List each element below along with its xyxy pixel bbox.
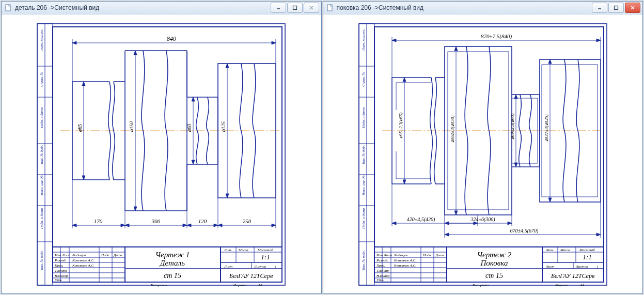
svg-text:Лист: Лист (383, 253, 392, 257)
svg-marker-66 (134, 207, 137, 211)
svg-text:A4: A4 (258, 283, 262, 287)
svg-marker-186 (514, 163, 517, 167)
svg-text:Утв.: Утв. (55, 278, 62, 282)
drawing-canvas[interactable]: Перв. примен. Справ. № Подп. и дата Инв.… (323, 14, 643, 293)
svg-marker-188 (548, 198, 552, 202)
svg-marker-35 (72, 41, 76, 44)
svg-text:Листов: Листов (575, 265, 588, 269)
svg-marker-63 (82, 82, 85, 86)
minimize-button[interactable] (592, 3, 607, 13)
svg-text:Котляков А.С.: Котляков А.С. (394, 263, 416, 268)
svg-text:Подп. и дата: Подп. и дата (362, 208, 366, 229)
svg-text:Дата: Дата (435, 253, 444, 257)
svg-text:БелГАУ 12ТСерв: БелГАУ 12ТСерв (551, 272, 594, 280)
svg-rect-128 (374, 27, 604, 282)
svg-marker-49 (125, 224, 129, 227)
svg-text:Лит.: Лит. (224, 248, 232, 252)
window-title: деталь 206 ->Системный вид (15, 4, 271, 11)
svg-marker-53 (218, 224, 222, 227)
close-button (304, 3, 319, 13)
svg-text:Подп: Подп (101, 253, 109, 257)
svg-text:Лит.: Лит. (545, 248, 554, 252)
svg-text:Изм: Изм (376, 253, 383, 257)
svg-text:Масштаб: Масштаб (257, 248, 273, 252)
svg-text:Чертеж 2: Чертеж 2 (477, 251, 511, 259)
svg-marker-173 (596, 233, 601, 236)
svg-text:⌀150: ⌀150 (129, 121, 134, 132)
maximize-button[interactable] (608, 3, 624, 13)
svg-text:Чертеж 1: Чертеж 1 (155, 251, 190, 259)
svg-text:Поковка: Поковка (480, 259, 508, 267)
svg-rect-5 (37, 24, 285, 285)
minimize-button[interactable] (271, 3, 286, 13)
window-buttons (592, 3, 640, 13)
titlebar[interactable]: деталь 206 ->Системный вид (2, 2, 321, 14)
svg-text:Лист: Лист (224, 265, 232, 269)
svg-text:Утв.: Утв. (376, 278, 384, 282)
svg-text:⌀85: ⌀85 (77, 124, 83, 132)
drawing-canvas[interactable]: Перв. примен. Справ. № Подп. и дата Инв.… (2, 14, 321, 293)
engineering-drawing-left: Перв. примен. Справ. № Подп. и дата Инв.… (32, 20, 290, 288)
svg-text:ст 15: ст 15 (485, 272, 503, 280)
svg-text:Разраб.: Разраб. (376, 258, 388, 262)
svg-text:⌀69±2,3(⌀60): ⌀69±2,3(⌀60) (510, 114, 515, 139)
titlebar[interactable]: поковка 206 ->Системный вид (323, 2, 643, 14)
svg-text:Подп: Подп (422, 253, 431, 257)
svg-text:Перв. примен.: Перв. примен. (362, 29, 366, 51)
svg-text:Инв. № дубл.: Инв. № дубл. (40, 145, 44, 165)
svg-text:⌀125: ⌀125 (221, 121, 226, 132)
svg-rect-122 (327, 5, 332, 11)
svg-text:Лист: Лист (61, 253, 70, 257)
svg-text:Н.контр: Н.контр (376, 274, 390, 278)
window-title: поковка 206 ->Системный вид (337, 4, 592, 11)
svg-text:1:1: 1:1 (583, 253, 591, 261)
maximize-button[interactable] (287, 3, 303, 13)
svg-text:324±6(300): 324±6(300) (470, 216, 495, 223)
window-buttons (271, 3, 319, 13)
svg-marker-68 (192, 160, 195, 164)
svg-marker-36 (272, 41, 276, 44)
svg-text:Инв. № дубл.: Инв. № дубл. (362, 145, 366, 165)
svg-text:Формат: Формат (555, 283, 568, 287)
svg-text:1:1: 1:1 (261, 253, 270, 261)
svg-text:⌀137±3(⌀125): ⌀137±3(⌀125) (544, 115, 549, 142)
svg-text:БелГАУ 12ТСерв: БелГАУ 12ТСерв (229, 272, 273, 280)
svg-marker-170 (445, 222, 449, 225)
svg-text:Масса: Масса (560, 248, 570, 252)
svg-text:Котляков А.С.: Котляков А.С. (72, 263, 95, 268)
svg-text:170: 170 (94, 218, 103, 224)
document-icon (5, 4, 12, 11)
svg-rect-2 (293, 6, 296, 10)
svg-text:1: 1 (275, 265, 277, 269)
svg-text:840: 840 (167, 35, 176, 42)
svg-text:870±7,5(840): 870±7,5(840) (481, 33, 512, 40)
svg-text:Копировал: Копировал (472, 283, 489, 287)
svg-marker-183 (454, 46, 458, 51)
svg-text:420±4,5(420): 420±4,5(420) (406, 216, 435, 223)
svg-text:Копировал: Копировал (150, 283, 167, 287)
close-button[interactable] (625, 3, 640, 13)
svg-text:Справ. №: Справ. № (40, 72, 44, 87)
svg-text:Разраб.: Разраб. (54, 258, 67, 262)
svg-text:⌀60: ⌀60 (186, 124, 192, 132)
svg-text:Изм: Изм (54, 253, 61, 257)
svg-text:Подп. и дата: Подп. и дата (40, 107, 44, 129)
svg-text:Лист: Лист (545, 265, 554, 269)
svg-text:Перв. примен.: Перв. примен. (40, 29, 44, 51)
svg-text:Инв. № подл.: Инв. № подл. (40, 250, 44, 271)
svg-marker-181 (403, 77, 406, 82)
svg-text:Пров.: Пров. (54, 263, 64, 268)
engineering-drawing-right: Перв. примен. Справ. № Подп. и дата Инв.… (354, 20, 612, 288)
document-icon (326, 4, 334, 11)
svg-text:Т.контр: Т.контр (55, 269, 67, 273)
svg-text:ст 15: ст 15 (164, 272, 181, 280)
svg-text:Дата: Дата (113, 253, 122, 257)
svg-rect-124 (615, 6, 618, 10)
svg-text:Масса: Масса (238, 248, 248, 252)
svg-marker-47 (72, 224, 76, 227)
svg-text:1: 1 (596, 265, 599, 269)
svg-marker-171 (508, 222, 512, 225)
svg-text:250: 250 (243, 218, 252, 224)
svg-marker-168 (392, 222, 396, 225)
svg-text:Подп. и дата: Подп. и дата (362, 107, 366, 129)
